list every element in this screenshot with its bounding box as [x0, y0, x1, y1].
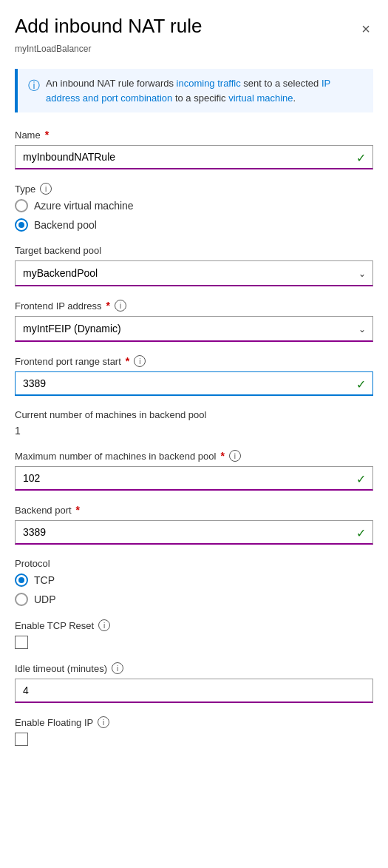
max-machines-input[interactable]	[15, 466, 373, 491]
current-machines-label-row: Current number of machines in backend po…	[15, 409, 373, 420]
current-machines-value: 1	[15, 425, 373, 437]
type-vm-radio[interactable]	[15, 199, 28, 212]
info-text: An inbound NAT rule forwards incoming tr…	[46, 76, 363, 105]
frontend-port-range-group: Frontend port range start * i ✓	[15, 355, 373, 396]
type-backend-option[interactable]: Backend pool	[15, 218, 373, 232]
info-icon: ⓘ	[28, 77, 40, 105]
max-machines-info-icon[interactable]: i	[229, 450, 241, 462]
frontend-port-range-input[interactable]	[15, 371, 373, 396]
type-radio-group: Azure virtual machine Backend pool	[15, 199, 373, 232]
frontend-port-range-input-wrapper: ✓	[15, 371, 373, 396]
frontend-ip-group: Frontend IP address * i myIntFEIP (Dynam…	[15, 300, 373, 342]
enable-floating-ip-group: Enable Floating IP i	[15, 716, 373, 746]
frontend-ip-info-icon[interactable]: i	[115, 300, 126, 312]
backend-port-label: Backend port	[15, 505, 72, 516]
idle-timeout-input[interactable]	[15, 679, 373, 703]
backend-port-label-row: Backend port *	[15, 504, 373, 516]
current-machines-group: Current number of machines in backend po…	[15, 409, 373, 437]
idle-timeout-input-wrapper	[15, 679, 373, 703]
enable-floating-ip-label-row: Enable Floating IP i	[15, 716, 373, 728]
protocol-tcp-radio[interactable]	[15, 573, 28, 587]
enable-tcp-reset-info-icon[interactable]: i	[98, 619, 110, 631]
enable-floating-ip-info-icon[interactable]: i	[98, 716, 109, 728]
frontend-port-range-required-marker: *	[126, 355, 129, 367]
max-machines-required-marker: *	[220, 450, 224, 462]
backend-port-check-icon: ✓	[356, 525, 366, 539]
name-label: Name	[15, 129, 41, 141]
type-info-icon[interactable]: i	[40, 183, 52, 195]
name-label-row: Name *	[15, 129, 373, 141]
enable-floating-ip-label: Enable Floating IP	[15, 717, 93, 728]
close-button[interactable]: ×	[358, 18, 373, 41]
idle-timeout-label-row: Idle timeout (minutes) i	[15, 662, 373, 674]
current-machines-label: Current number of machines in backend po…	[15, 409, 206, 420]
frontend-port-range-label-row: Frontend port range start * i	[15, 355, 373, 367]
protocol-udp-radio[interactable]	[15, 593, 28, 606]
protocol-tcp-label: TCP	[34, 574, 55, 586]
protocol-tcp-option[interactable]: TCP	[15, 573, 373, 587]
enable-floating-ip-checkbox-item[interactable]	[15, 733, 373, 746]
backend-port-required-marker: *	[76, 504, 80, 516]
backend-port-group: Backend port * ✓	[15, 504, 373, 545]
frontend-ip-label-row: Frontend IP address * i	[15, 300, 373, 312]
frontend-port-range-info-icon[interactable]: i	[134, 355, 146, 367]
frontend-ip-select-wrapper: myIntFEIP (Dynamic) ⌄	[15, 316, 373, 342]
idle-timeout-info-icon[interactable]: i	[112, 662, 123, 674]
name-check-icon: ✓	[356, 150, 366, 164]
target-backend-pool-select-wrapper: myBackendPool ⌄	[15, 260, 373, 286]
name-input-wrapper: ✓	[15, 145, 373, 169]
enable-tcp-reset-label-row: Enable TCP Reset i	[15, 619, 373, 631]
enable-tcp-reset-checkbox[interactable]	[15, 636, 28, 649]
page-title: Add inbound NAT rule	[15, 15, 202, 38]
type-label: Type	[15, 184, 35, 195]
protocol-udp-label: UDP	[34, 593, 56, 605]
frontend-ip-required-marker: *	[106, 300, 110, 312]
enable-floating-ip-checkbox[interactable]	[15, 733, 28, 746]
type-vm-label: Azure virtual machine	[34, 200, 134, 212]
max-machines-label-row: Maximum number of machines in backend po…	[15, 450, 373, 462]
idle-timeout-label: Idle timeout (minutes)	[15, 663, 107, 674]
name-required-marker: *	[45, 129, 49, 141]
type-vm-option[interactable]: Azure virtual machine	[15, 199, 373, 212]
target-backend-pool-group: Target backend pool myBackendPool ⌄	[15, 245, 373, 286]
frontend-ip-select[interactable]: myIntFEIP (Dynamic)	[15, 316, 373, 342]
target-backend-pool-label-row: Target backend pool	[15, 245, 373, 256]
frontend-port-range-label: Frontend port range start	[15, 356, 121, 367]
type-backend-radio[interactable]	[15, 218, 28, 232]
info-banner: ⓘ An inbound NAT rule forwards incoming …	[15, 69, 373, 112]
enable-tcp-reset-group: Enable TCP Reset i	[15, 619, 373, 649]
protocol-radio-group: TCP UDP	[15, 573, 373, 606]
max-machines-input-wrapper: ✓	[15, 466, 373, 491]
dialog-header: Add inbound NAT rule ×	[15, 15, 373, 41]
backend-port-input-wrapper: ✓	[15, 520, 373, 545]
protocol-label-row: Protocol	[15, 558, 373, 569]
enable-tcp-reset-checkbox-item[interactable]	[15, 636, 373, 649]
max-machines-label: Maximum number of machines in backend po…	[15, 451, 216, 462]
frontend-port-range-check-icon: ✓	[356, 377, 366, 391]
subtitle: myIntLoadBalancer	[15, 44, 373, 54]
max-machines-check-icon: ✓	[356, 471, 366, 485]
backend-port-input[interactable]	[15, 520, 373, 545]
protocol-group: Protocol TCP UDP	[15, 558, 373, 606]
max-machines-group: Maximum number of machines in backend po…	[15, 450, 373, 491]
protocol-udp-option[interactable]: UDP	[15, 593, 373, 606]
type-backend-label: Backend pool	[34, 219, 97, 231]
name-field-group: Name * ✓	[15, 129, 373, 169]
name-input[interactable]	[15, 145, 373, 169]
target-backend-pool-select[interactable]: myBackendPool	[15, 260, 373, 286]
type-field-group: Type i Azure virtual machine Backend poo…	[15, 183, 373, 232]
idle-timeout-group: Idle timeout (minutes) i	[15, 662, 373, 703]
protocol-label: Protocol	[15, 558, 50, 569]
enable-tcp-reset-label: Enable TCP Reset	[15, 620, 94, 631]
type-label-row: Type i	[15, 183, 373, 195]
frontend-ip-label: Frontend IP address	[15, 300, 102, 312]
target-backend-pool-label: Target backend pool	[15, 245, 101, 256]
